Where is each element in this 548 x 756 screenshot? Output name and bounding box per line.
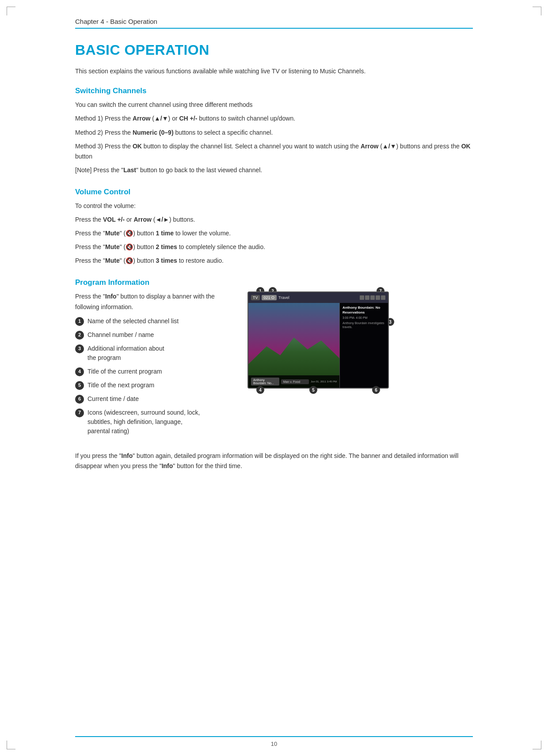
tv-icon-box bbox=[381, 295, 385, 300]
volume-line2: Press the "Mute" (🔇) button 1 time to lo… bbox=[75, 228, 473, 238]
list-item: 5 Title of the next program bbox=[75, 381, 234, 390]
tv-top-bar: TV 021 O Travel bbox=[248, 292, 388, 303]
program-info-section: Program Information Press the "Info" but… bbox=[75, 278, 473, 471]
list-item-text: Title of the current program bbox=[88, 367, 162, 376]
list-item-text: Additional information aboutthe program bbox=[88, 344, 164, 363]
tv-info-panel: Anthony Bourdain: No Reservations 3:00 P… bbox=[339, 303, 388, 388]
badge-5: 5 bbox=[75, 381, 84, 390]
page-number: 10 bbox=[271, 741, 277, 747]
method3-text: Method 3) Press the OK button to display… bbox=[75, 141, 473, 162]
tv-image-area: Anthony Bourdain: No... Man v. Food Jun … bbox=[248, 303, 339, 388]
page-footer: 10 bbox=[75, 736, 473, 747]
list-item: 6 Current time / date bbox=[75, 394, 234, 404]
tv-icon-box bbox=[365, 295, 369, 300]
intro-paragraph: This section explains the various functi… bbox=[75, 66, 473, 76]
badge-3: 3 bbox=[75, 344, 84, 353]
program-info-layout: Press the "Info" button to display a ban… bbox=[75, 291, 473, 440]
list-item-text: Icons (widescreen, surround sound, lock,… bbox=[88, 408, 200, 436]
program-info-list: 1 Name of the selected channel list 2 Ch… bbox=[75, 317, 234, 436]
tv-main-area: Anthony Bourdain: No... Man v. Food Jun … bbox=[248, 303, 388, 388]
corner-mark-br bbox=[533, 741, 541, 749]
page-title: BASIC OPERATION bbox=[75, 42, 473, 58]
tv-info-time: 3:00 PM- 4:00 PM bbox=[342, 316, 385, 319]
program-info-intro: Press the "Info" button to display a ban… bbox=[75, 291, 234, 312]
chapter-header-text: Chapter 4 - Basic Operation bbox=[75, 18, 157, 25]
volume-line3: Press the "Mute" (🔇) button 2 times to c… bbox=[75, 242, 473, 252]
volume-line1: Press the VOL +/- or Arrow (◄/►) buttons… bbox=[75, 215, 473, 225]
program-info-text-col: Press the "Info" button to display a ban… bbox=[75, 291, 234, 440]
list-item-text: Title of the next program bbox=[88, 381, 154, 390]
badge-2: 2 bbox=[75, 331, 84, 340]
list-item: 7 Icons (widescreen, surround sound, loc… bbox=[75, 408, 234, 436]
badge-4: 4 bbox=[75, 367, 84, 376]
callout-badge-6: 6 bbox=[372, 386, 380, 394]
tv-next-program: Man v. Food bbox=[281, 379, 309, 384]
volume-line4: Press the "Mute" (🔇) button 3 times to r… bbox=[75, 256, 473, 266]
corner-mark-tr bbox=[533, 7, 541, 15]
corner-mark-bl bbox=[7, 741, 15, 749]
tv-info-desc: Anthony Bourdain investigates travels. bbox=[342, 321, 385, 329]
switching-intro: You can switch the current channel using… bbox=[75, 100, 473, 110]
badge-1: 1 bbox=[75, 317, 84, 326]
tv-channel: 021 O bbox=[262, 295, 277, 300]
note-text: [Note] Press the "Last" button to go bac… bbox=[75, 165, 473, 175]
list-item: 1 Name of the selected channel list bbox=[75, 317, 234, 326]
callout-badge-5: 5 bbox=[309, 386, 317, 394]
tv-icon-box bbox=[370, 295, 375, 300]
list-item-text: Name of the selected channel list bbox=[88, 317, 179, 326]
tv-info-title: Anthony Bourdain: No Reservations bbox=[342, 306, 385, 315]
volume-control-heading: Volume Control bbox=[75, 188, 473, 197]
page-container: Chapter 4 - Basic Operation BASIC OPERAT… bbox=[75, 0, 473, 510]
corner-mark-tl bbox=[7, 7, 15, 15]
badge-6: 6 bbox=[75, 395, 84, 404]
list-item: 3 Additional information aboutthe progra… bbox=[75, 344, 234, 363]
switching-channels-section: Switching Channels You can switch the cu… bbox=[75, 87, 473, 175]
tv-current-program: Anthony Bourdain: No... bbox=[251, 378, 279, 386]
list-item-text: Current time / date bbox=[88, 394, 139, 404]
tv-screen: TV 021 O Travel bbox=[247, 291, 389, 389]
tv-screen-area: 1 2 7 3 TV 021 O Travel bbox=[247, 291, 473, 389]
switching-channels-heading: Switching Channels bbox=[75, 87, 473, 95]
tv-screen-container: 1 2 7 3 TV 021 O Travel bbox=[247, 291, 389, 389]
tv-icons-right bbox=[360, 295, 385, 300]
badge-7: 7 bbox=[75, 408, 84, 417]
list-item: 2 Channel number / name bbox=[75, 330, 234, 340]
tv-icon-box bbox=[360, 295, 364, 300]
volume-intro: To control the volume: bbox=[75, 201, 473, 211]
method2-text: Method 2) Press the Numeric (0–9) button… bbox=[75, 128, 473, 138]
tv-icon-box bbox=[376, 295, 380, 300]
closing-paragraph: If you press the "Info" button again, de… bbox=[75, 451, 473, 471]
tv-channel-name: Travel bbox=[278, 295, 289, 300]
tv-label: TV bbox=[251, 295, 260, 300]
program-info-heading: Program Information bbox=[75, 278, 473, 287]
list-item-text: Channel number / name bbox=[88, 330, 154, 340]
tv-time-date: Jun 01, 2011 3:45 PM bbox=[311, 380, 337, 383]
volume-control-section: Volume Control To control the volume: Pr… bbox=[75, 188, 473, 266]
chapter-header: Chapter 4 - Basic Operation bbox=[75, 18, 473, 29]
list-item: 4 Title of the current program bbox=[75, 367, 234, 376]
callout-badge-4: 4 bbox=[256, 386, 264, 394]
method1-text: Method 1) Press the Arrow (▲/▼) or CH +/… bbox=[75, 113, 473, 124]
